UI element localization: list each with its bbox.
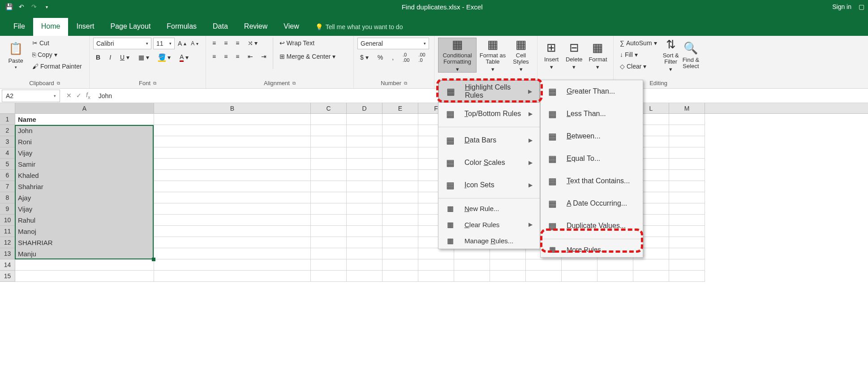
ribbon-display-icon[interactable]: ▢ (859, 3, 864, 10)
cell-D11[interactable] (347, 226, 382, 237)
cell-C5[interactable] (311, 159, 347, 170)
qat-dropdown-icon[interactable]: ▾ (41, 1, 52, 12)
cell-styles-button[interactable]: ▦ Cell Styles ▾ (509, 38, 533, 73)
tab-view[interactable]: View (275, 18, 307, 36)
font-size-combo[interactable]: 11▾ (153, 38, 175, 49)
cell-B12[interactable] (154, 237, 311, 248)
conditional-formatting-button[interactable]: ▦ Conditional Formatting ▾ (438, 38, 477, 73)
cell-B14[interactable] (154, 259, 311, 271)
tab-review[interactable]: Review (236, 18, 275, 36)
cell-M12[interactable] (669, 237, 705, 248)
menu-item-equal-to-[interactable]: ▦Equal To... (541, 147, 643, 170)
cell-D7[interactable] (347, 181, 382, 192)
column-header-A[interactable]: A (15, 103, 154, 113)
cell-L14[interactable] (633, 259, 669, 271)
cell-D6[interactable] (347, 170, 382, 181)
cell-F15[interactable] (418, 271, 454, 282)
copy-button[interactable]: ⎘Copy ▾ (30, 49, 85, 60)
cell-C10[interactable] (311, 215, 347, 226)
row-header-5[interactable]: 5 (0, 159, 15, 170)
cell-A13[interactable]: Manju (15, 248, 154, 259)
enter-formula-icon[interactable]: ✓ (76, 92, 82, 99)
cell-D5[interactable] (347, 159, 382, 170)
align-top-button[interactable]: ≡ (210, 38, 219, 48)
cell-A12[interactable]: SHAHRIAR (15, 237, 154, 248)
name-box[interactable]: A2 ▾ (2, 90, 60, 102)
fill-button[interactable]: ↓Fill ▾ (617, 49, 660, 60)
cell-C4[interactable] (311, 147, 347, 159)
delete-cells-button[interactable]: ⊟ Delete ▾ (563, 38, 584, 73)
cell-A5[interactable]: Samir (15, 159, 154, 170)
italic-button[interactable]: I (107, 52, 114, 63)
cell-M15[interactable] (669, 271, 705, 282)
cell-D3[interactable] (347, 136, 382, 147)
align-middle-button[interactable]: ≡ (221, 38, 230, 48)
column-header-M[interactable]: M (669, 103, 705, 113)
number-format-combo[interactable]: General▾ (357, 38, 429, 49)
cell-C3[interactable] (311, 136, 347, 147)
cell-F14[interactable] (418, 259, 454, 271)
bold-button[interactable]: B (93, 52, 103, 63)
save-icon[interactable]: 💾 (4, 1, 14, 12)
sort-filter-button[interactable]: ⇅ Sort & Filter ▾ (662, 38, 680, 73)
cell-A8[interactable]: Ajay (15, 192, 154, 203)
cell-E12[interactable] (382, 237, 418, 248)
cell-B15[interactable] (154, 271, 311, 282)
select-all-corner[interactable] (0, 103, 15, 113)
cell-A11[interactable]: Manoj (15, 226, 154, 237)
row-header-9[interactable]: 9 (0, 203, 15, 215)
tab-file[interactable]: File (5, 18, 33, 36)
format-painter-button[interactable]: 🖌Format Painter (30, 61, 85, 72)
cell-D2[interactable] (347, 125, 382, 136)
cell-M9[interactable] (669, 203, 705, 215)
cell-E15[interactable] (382, 271, 418, 282)
cell-J14[interactable] (562, 259, 597, 271)
cell-C9[interactable] (311, 203, 347, 215)
row-header-4[interactable]: 4 (0, 147, 15, 159)
row-header-13[interactable]: 13 (0, 248, 15, 259)
decrease-decimal-button[interactable]: .00.0 (416, 52, 428, 63)
cell-E6[interactable] (382, 170, 418, 181)
menu-item-highlight-cells-rules[interactable]: ▦Highlight Cells Rules▶ (438, 80, 540, 103)
currency-button[interactable]: $ ▾ (357, 52, 371, 63)
menu-item-color-scales[interactable]: ▦Color Scales▶ (438, 151, 540, 174)
cell-J15[interactable] (562, 271, 597, 282)
cell-D12[interactable] (347, 237, 382, 248)
align-center-button[interactable]: ≡ (221, 51, 230, 62)
cell-E11[interactable] (382, 226, 418, 237)
cell-A9[interactable]: Vijay (15, 203, 154, 215)
cell-M1[interactable] (669, 114, 705, 125)
cell-M14[interactable] (669, 259, 705, 271)
menu-item-top-bottom-rules[interactable]: ▦Top/Bottom Rules▶ (438, 103, 540, 125)
column-header-D[interactable]: D (347, 103, 382, 113)
column-header-E[interactable]: E (382, 103, 418, 113)
row-header-10[interactable]: 10 (0, 215, 15, 226)
cell-E2[interactable] (382, 125, 418, 136)
cell-A2[interactable]: John (15, 125, 154, 136)
row-header-15[interactable]: 15 (0, 271, 15, 282)
cell-D15[interactable] (347, 271, 382, 282)
cell-C11[interactable] (311, 226, 347, 237)
font-color-button[interactable]: A ▾ (177, 52, 191, 63)
cell-D14[interactable] (347, 259, 382, 271)
cell-G14[interactable] (454, 259, 490, 271)
comma-button[interactable]: , (389, 52, 396, 63)
menu-item-between-[interactable]: ▦Between... (541, 125, 643, 147)
menu-item-greater-than-[interactable]: ▦Greater Than... (541, 80, 643, 103)
cell-D9[interactable] (347, 203, 382, 215)
font-name-combo[interactable]: Calibri▾ (93, 38, 151, 49)
font-launcher-icon[interactable]: ⧉ (153, 81, 156, 86)
selection-handle[interactable] (152, 258, 155, 261)
cell-H13[interactable] (490, 248, 526, 259)
cell-E9[interactable] (382, 203, 418, 215)
cell-M2[interactable] (669, 125, 705, 136)
cancel-formula-icon[interactable]: ✕ (66, 92, 72, 99)
tab-data[interactable]: Data (205, 18, 236, 36)
row-header-3[interactable]: 3 (0, 136, 15, 147)
row-header-1[interactable]: 1 (0, 114, 15, 125)
cell-E1[interactable] (382, 114, 418, 125)
cell-C6[interactable] (311, 170, 347, 181)
align-left-button[interactable]: ≡ (210, 51, 219, 62)
row-header-8[interactable]: 8 (0, 192, 15, 203)
cell-B2[interactable] (154, 125, 311, 136)
